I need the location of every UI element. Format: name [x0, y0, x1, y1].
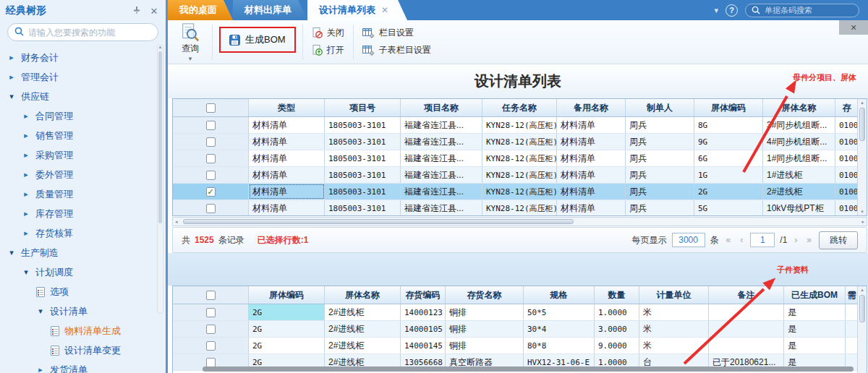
table-row[interactable]: 2G2#进线柜14000123铜排50*51.0000米是: [173, 304, 867, 321]
page-size-input[interactable]: [672, 233, 705, 247]
pin-icon[interactable]: [131, 6, 142, 17]
chevron-down-icon[interactable]: ▾: [7, 92, 16, 101]
table-cell[interactable]: KYN28-12(高压柜): [482, 184, 557, 200]
chevron-right-icon[interactable]: ▸: [7, 72, 16, 82]
next-page-button[interactable]: ›: [792, 235, 799, 245]
table-cell[interactable]: 福建省连江县...: [401, 184, 482, 200]
column-header[interactable]: 计量单位: [639, 286, 709, 304]
table-cell[interactable]: 010008: [835, 167, 859, 183]
tree-item[interactable]: ▾供应链: [0, 87, 166, 106]
tree-item[interactable]: 选项: [0, 282, 166, 301]
table-cell[interactable]: 材料清单: [249, 150, 325, 166]
table-cell[interactable]: [709, 321, 784, 337]
table-cell[interactable]: 1#同步机组断...: [763, 150, 835, 166]
chevron-right-icon[interactable]: ▸: [22, 228, 30, 238]
column-header[interactable]: 数量: [595, 286, 639, 304]
select-all-cell[interactable]: [173, 99, 249, 116]
sidebar-scrollbar[interactable]: ▲: [157, 45, 163, 314]
tree-item[interactable]: ▸质量管理: [0, 184, 166, 204]
table-row[interactable]: 材料清单1805003-3101福建省连江县...KYN28-12(高压柜)材料…: [173, 134, 867, 150]
column-header[interactable]: 项目号: [325, 99, 401, 116]
table-row[interactable]: 2G2#进线柜14000145铜排80*89.0000米是: [173, 338, 867, 354]
tree-item[interactable]: ▸财务会计: [0, 48, 166, 67]
chevron-right-icon[interactable]: ▸: [22, 131, 30, 140]
row-checkbox-cell[interactable]: [173, 167, 249, 183]
column-header[interactable]: 存货名称: [446, 286, 524, 304]
table-cell[interactable]: 6G: [694, 150, 763, 166]
table-cell[interactable]: 1805003-3101: [325, 200, 401, 216]
column-header[interactable]: 存货编码: [401, 286, 446, 304]
column-header[interactable]: 项目名称: [401, 99, 482, 116]
generate-bom-button[interactable]: 生成BOM: [219, 27, 296, 53]
page-number-input[interactable]: [750, 233, 775, 247]
table-cell[interactable]: 材料清单: [557, 134, 626, 150]
tree-item[interactable]: 设计清单变更: [0, 340, 166, 360]
table-cell[interactable]: 周兵: [626, 184, 694, 200]
column-header[interactable]: 规格: [524, 286, 595, 304]
table-cell[interactable]: 材料清单: [557, 184, 626, 200]
table-cell[interactable]: 铜排: [446, 338, 524, 353]
table-cell[interactable]: 1805003-3101: [325, 167, 401, 183]
tree-item[interactable]: ▾设计清单: [0, 301, 166, 321]
column-header[interactable]: 备用名称: [557, 99, 626, 116]
row-checkbox[interactable]: [206, 325, 216, 334]
table-cell[interactable]: 材料清单: [557, 167, 626, 183]
table-cell[interactable]: KYN28-12(高压柜): [482, 200, 557, 216]
table-cell[interactable]: 2#进线柜: [325, 321, 401, 337]
table-cell[interactable]: 010008: [835, 200, 859, 216]
tab-material-outbound[interactable]: 材料出库单: [233, 0, 307, 20]
table-cell[interactable]: 材料清单: [557, 117, 626, 133]
column-header[interactable]: 屏体编码: [694, 99, 763, 116]
scroll-up-icon[interactable]: ▲: [858, 100, 867, 105]
table-cell[interactable]: 1G: [694, 167, 763, 183]
select-all-checkbox[interactable]: [206, 291, 216, 300]
table-cell[interactable]: 是: [784, 338, 846, 353]
detail-table-vscrollbar[interactable]: ▲: [857, 286, 867, 373]
query-button[interactable]: 查询 ▼: [171, 22, 210, 62]
table-cell[interactable]: 2#进线柜: [763, 184, 835, 200]
scroll-right-icon[interactable]: ▸: [861, 219, 864, 225]
sidebar-search-input[interactable]: [28, 27, 151, 38]
table-cell[interactable]: 14000145: [401, 338, 446, 353]
master-table-vscrollbar[interactable]: ▲ ▼: [857, 99, 867, 215]
table-cell[interactable]: 9.0000: [595, 338, 639, 353]
last-page-button[interactable]: »: [804, 235, 814, 245]
column-header[interactable]: 存: [835, 99, 859, 116]
table-cell[interactable]: 14000105: [401, 321, 446, 337]
first-page-button[interactable]: «: [724, 235, 733, 245]
prev-page-button[interactable]: ‹: [738, 235, 745, 245]
scroll-up-icon[interactable]: ▲: [158, 45, 163, 49]
scroll-down-icon[interactable]: ▼: [858, 210, 867, 214]
table-cell[interactable]: 周兵: [626, 150, 694, 166]
chevron-down-icon[interactable]: ▾: [7, 248, 16, 257]
row-checkbox[interactable]: [206, 154, 216, 163]
chevron-right-icon[interactable]: ▸: [22, 189, 30, 199]
chevron-right-icon[interactable]: ▸: [22, 150, 30, 160]
table-cell[interactable]: 铜排: [446, 321, 524, 337]
table-cell[interactable]: 材料清单: [557, 150, 626, 166]
table-cell[interactable]: 2G: [249, 338, 325, 353]
chevron-right-icon[interactable]: ▸: [22, 111, 30, 121]
row-checkbox[interactable]: [206, 341, 216, 351]
table-cell[interactable]: KYN28-12(高压柜): [482, 150, 557, 166]
table-cell[interactable]: 30*4: [524, 321, 595, 337]
table-cell[interactable]: 4#同步机组断...: [763, 134, 835, 150]
barcode-search-input[interactable]: [765, 6, 844, 14]
table-row[interactable]: ✓材料清单1805003-3101福建省连江县...KYN28-12(高压柜)材…: [173, 184, 867, 200]
tab-close-icon[interactable]: ✕: [381, 0, 388, 20]
chevron-right-icon[interactable]: ▸: [22, 209, 30, 218]
table-cell[interactable]: 是: [784, 321, 846, 337]
table-cell[interactable]: 福建省连江县...: [401, 200, 482, 216]
table-cell[interactable]: 5G: [694, 200, 763, 216]
table-cell[interactable]: 周兵: [626, 167, 694, 183]
table-row[interactable]: 材料清单1805003-3101福建省连江县...KYN28-12(高压柜)材料…: [173, 200, 867, 216]
column-header[interactable]: 屏体编码: [249, 286, 325, 304]
table-cell[interactable]: [709, 338, 784, 353]
table-cell[interactable]: 010008: [835, 117, 859, 133]
table-cell[interactable]: 米: [639, 321, 709, 337]
row-checkbox-cell[interactable]: [173, 304, 249, 320]
table-cell[interactable]: 材料清单: [249, 134, 325, 150]
tree-item[interactable]: 物料清单生成: [0, 321, 166, 340]
tree-item[interactable]: ▸销售管理: [0, 126, 166, 145]
column-header[interactable]: 屏体名称: [325, 286, 401, 304]
